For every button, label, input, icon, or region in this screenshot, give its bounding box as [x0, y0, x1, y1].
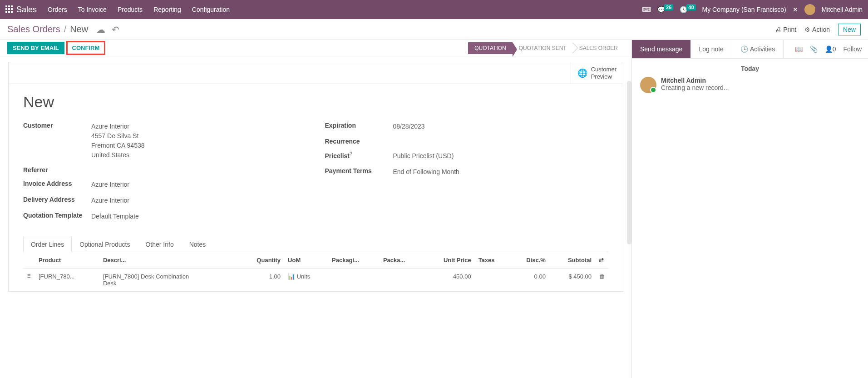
control-panel: Sales Orders / New ☁ ↶ 🖨Print ⚙Action Ne…	[0, 19, 868, 40]
log-note-button[interactable]: Log note	[690, 40, 732, 58]
message-author[interactable]: Mitchell Admin	[661, 77, 729, 84]
delivery-address-value[interactable]: Azure Interior	[91, 196, 307, 205]
top-menu: Orders To Invoice Products Reporting Con…	[48, 6, 230, 13]
pricelist-value[interactable]: Public Pricelist (USD)	[393, 151, 609, 161]
cell-unit-price[interactable]: 450.00	[423, 269, 475, 292]
customer-label: Customer	[23, 122, 91, 160]
menu-products[interactable]: Products	[118, 6, 143, 13]
tab-notes[interactable]: Notes	[182, 237, 214, 252]
print-button[interactable]: 🖨Print	[775, 26, 796, 33]
tab-order-lines[interactable]: Order Lines	[23, 237, 72, 252]
col-unit-price: Unit Price	[423, 252, 475, 269]
cell-packaging[interactable]	[328, 269, 380, 292]
svg-rect-3	[5, 8, 7, 10]
new-button[interactable]: New	[838, 24, 861, 35]
svg-rect-7	[8, 11, 10, 13]
cell-package[interactable]	[380, 269, 423, 292]
cell-taxes[interactable]	[475, 269, 510, 292]
invoice-address-label: Invoice Address	[23, 180, 91, 189]
recurrence-value[interactable]	[393, 138, 609, 145]
recurrence-label: Recurrence	[325, 138, 393, 145]
clock-icon[interactable]: 🕓40	[680, 6, 695, 13]
quotation-template-label: Quotation Template	[23, 212, 91, 221]
followers-button[interactable]: 👤0	[825, 45, 836, 53]
tools-icon[interactable]: ✕	[793, 6, 798, 13]
attachment-icon[interactable]: 📎	[810, 45, 818, 53]
confirm-button[interactable]: CONFIRM	[67, 42, 105, 54]
message-avatar[interactable]	[640, 77, 656, 93]
stage-quotation-sent[interactable]: QUOTATION SENT	[513, 42, 573, 54]
invoice-address-value[interactable]: Azure Interior	[91, 180, 307, 189]
printer-icon: 🖨	[775, 26, 781, 33]
svg-rect-2	[11, 5, 13, 7]
clock-badge: 40	[686, 4, 695, 10]
chart-icon: 📊	[288, 273, 295, 280]
shortcut-icon[interactable]: ⌨	[642, 6, 651, 13]
form-column: SEND BY EMAIL CONFIRM QUOTATION QUOTATIO…	[0, 40, 632, 378]
breadcrumb-current: New	[70, 24, 88, 35]
pricelist-label: Pricelist?	[325, 151, 393, 161]
cell-disc[interactable]: 0.00	[510, 269, 549, 292]
col-taxes: Taxes	[475, 252, 510, 269]
gear-icon: ⚙	[804, 26, 810, 33]
send-message-button[interactable]: Send message	[632, 40, 690, 58]
col-quantity: Quantity	[238, 252, 284, 269]
menu-to-invoice[interactable]: To Invoice	[78, 6, 107, 13]
action-button[interactable]: ⚙Action	[804, 26, 830, 33]
payment-terms-value[interactable]: End of Following Month	[393, 167, 609, 177]
col-options-icon[interactable]: ⇄	[595, 252, 608, 269]
company-selector[interactable]: My Company (San Francisco)	[702, 6, 786, 13]
chatter-date-separator: Today	[640, 65, 860, 72]
cell-product[interactable]: [FURN_780...	[35, 269, 99, 292]
discard-icon[interactable]: ↶	[112, 24, 119, 35]
svg-rect-4	[8, 8, 10, 10]
chat-badge: 26	[664, 4, 673, 10]
expiration-value[interactable]: 08/28/2023	[393, 122, 609, 131]
chatter-column: Send message Log note 🕓Activities 📖 📎 👤0…	[632, 40, 868, 378]
cell-uom[interactable]: 📊 Units	[284, 269, 328, 292]
drag-handle-icon[interactable]: ⠿	[23, 269, 35, 292]
customer-value[interactable]: Azure Interior 4557 De Silva St Fremont …	[91, 122, 307, 160]
follow-button[interactable]: Follow	[843, 45, 862, 53]
stage-quotation[interactable]: QUOTATION	[468, 42, 513, 54]
menu-orders[interactable]: Orders	[48, 6, 67, 13]
col-package: Packa...	[380, 252, 423, 269]
clock-small-icon: 🕓	[740, 45, 748, 53]
svg-rect-8	[11, 11, 13, 13]
menu-configuration[interactable]: Configuration	[192, 6, 230, 13]
help-icon[interactable]: ?	[350, 151, 352, 156]
app-name[interactable]: Sales	[16, 5, 37, 15]
username[interactable]: Mitchell Admin	[822, 6, 863, 13]
avatar[interactable]	[804, 4, 815, 15]
stage-sales-order[interactable]: SALES ORDER	[573, 42, 624, 54]
record-title: New	[23, 93, 608, 111]
delete-row-icon[interactable]: 🗑	[595, 269, 608, 292]
order-lines-table: Product Descri... Quantity UoM Packagi..…	[23, 252, 608, 291]
apps-icon[interactable]	[5, 5, 13, 14]
globe-icon: 🌐	[577, 68, 587, 78]
tab-optional-products[interactable]: Optional Products	[72, 237, 138, 252]
tab-other-info[interactable]: Other Info	[138, 237, 181, 252]
chat-icon[interactable]: 💬26	[657, 6, 673, 13]
cell-quantity[interactable]: 1.00	[238, 269, 284, 292]
menu-reporting[interactable]: Reporting	[153, 6, 181, 13]
referrer-value[interactable]	[91, 166, 307, 174]
status-bar: SEND BY EMAIL CONFIRM QUOTATION QUOTATIO…	[0, 40, 631, 56]
col-description: Descri...	[99, 252, 238, 269]
topbar: Sales Orders To Invoice Products Reporti…	[0, 0, 868, 19]
cloud-save-icon[interactable]: ☁	[96, 24, 105, 35]
quotation-template-value[interactable]: Default Template	[91, 212, 307, 221]
send-by-email-button[interactable]: SEND BY EMAIL	[7, 42, 64, 54]
col-subtotal: Subtotal	[549, 252, 595, 269]
cell-description[interactable]: [FURN_7800] Desk Combination Desk	[99, 269, 238, 292]
table-row[interactable]: ⠿ [FURN_780... [FURN_7800] Desk Combinat…	[23, 269, 608, 292]
attachment-list-icon[interactable]: 📖	[795, 45, 803, 53]
activities-button[interactable]: 🕓Activities	[732, 40, 784, 58]
breadcrumb-sep: /	[64, 24, 67, 35]
scrollbar[interactable]	[627, 81, 631, 244]
customer-preview-button[interactable]: 🌐 CustomerPreview	[571, 62, 623, 84]
col-disc: Disc.%	[510, 252, 549, 269]
payment-terms-label: Payment Terms	[325, 167, 393, 177]
breadcrumb-root[interactable]: Sales Orders	[7, 24, 60, 35]
stage-indicator: QUOTATION QUOTATION SENT SALES ORDER	[468, 42, 624, 54]
